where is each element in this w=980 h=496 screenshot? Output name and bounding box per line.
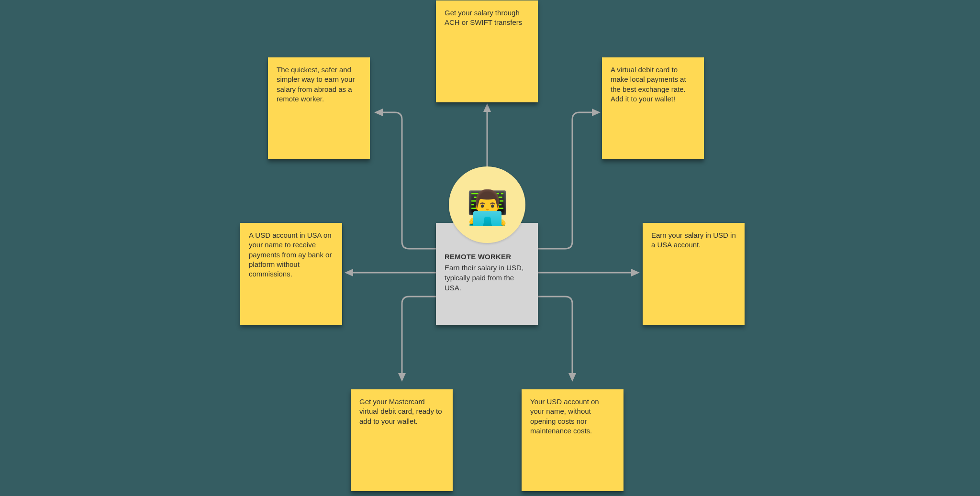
avatar-persona: 👨‍💻 (449, 166, 525, 243)
svg-marker-6 (568, 373, 576, 382)
note-top-right[interactable]: A virtual debit card to make local payme… (602, 57, 704, 159)
person-laptop-icon: 👨‍💻 (467, 191, 508, 224)
note-top[interactable]: Get your salary through ACH or SWIFT tra… (436, 0, 538, 102)
diagram-canvas: Get your salary through ACH or SWIFT tra… (0, 0, 980, 496)
note-bottom-right[interactable]: Your USD account on your name, without o… (522, 389, 624, 491)
svg-marker-1 (374, 109, 383, 116)
note-left[interactable]: A USD account in USA on your name to rec… (240, 223, 342, 325)
note-right[interactable]: Earn your salary in USD in a USA account… (643, 223, 745, 325)
note-top-left[interactable]: The quickest, safer and simpler way to e… (268, 57, 370, 159)
center-card-description: Earn their salary in USD, typically paid… (445, 263, 529, 293)
svg-marker-3 (345, 269, 353, 276)
svg-marker-4 (631, 269, 640, 276)
svg-marker-2 (592, 109, 601, 116)
svg-marker-0 (483, 103, 491, 112)
center-card-title: REMOTE WORKER (445, 252, 529, 262)
svg-marker-5 (398, 373, 406, 382)
note-bottom-left[interactable]: Get your Mastercard virtual debit card, … (351, 389, 453, 491)
